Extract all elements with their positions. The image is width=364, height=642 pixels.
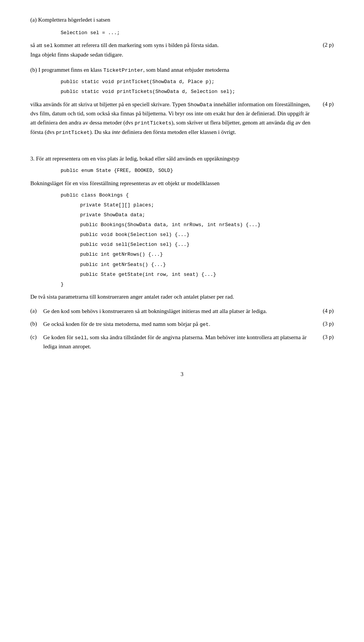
page-number: 3 <box>30 370 334 379</box>
section-b: (b) I programmet finns en klass TicketPr… <box>30 65 334 139</box>
sub-b-label: (b) <box>30 319 41 329</box>
sub-c-row: (c) Ge koden för sell, som ska ändra til… <box>30 333 334 351</box>
section-a: (a) Komplettera högerledet i satsen Sele… <box>30 15 334 61</box>
sub-b-points: (3 p) <box>315 319 334 328</box>
part-a-heading: (a) Komplettera högerledet i satsen <box>30 15 334 24</box>
class-line5-spacer: public void book(Selection sel) {...} <box>46 231 334 239</box>
sub-b-section: (b) Ge också koden för de tre sista meto… <box>30 319 334 329</box>
class-line7: public int getNrRows() {...} <box>68 251 334 258</box>
sub-a-text: Ge den kod som behövs i konstrueraren så… <box>43 307 315 316</box>
class-line9-spacer: public State getState(int row, int seat)… <box>46 271 334 279</box>
two-params-text: De två sista parametrarna till konstruer… <box>30 292 334 301</box>
sub-a-points: (4 p) <box>315 307 334 315</box>
showdata-inline: ShowData <box>188 102 212 108</box>
sub-b-text: Ge också koden för de tre sista metodern… <box>43 319 315 329</box>
class-code-block: public class Bookings { private State[][… <box>46 192 334 288</box>
class-line2: private State[][] places; <box>68 201 334 209</box>
sub-c-label: (c) <box>30 333 41 351</box>
get-inline: get <box>199 322 209 327</box>
class-line8: public int getNrSeats() {...} <box>68 261 334 269</box>
sub-a-section: (a) Ge den kod som behövs i konstruerare… <box>30 307 334 316</box>
class-line4-spacer: public Bookings(ShowData data, int nrRow… <box>46 221 334 229</box>
part-a-points: (2 p) <box>315 41 334 49</box>
sel-inline: sel <box>44 43 53 49</box>
ticketprinter-inline: TicketPrinter <box>103 68 143 73</box>
question-number: 3. <box>30 156 35 162</box>
part-b-heading: (b) I programmet finns en klass TicketPr… <box>30 65 334 75</box>
class-line1: public class Bookings { <box>61 192 334 199</box>
code-printticket: public static void printTicket(ShowData … <box>61 78 334 86</box>
question-3-body: För att representera om en viss plats är… <box>36 156 239 162</box>
class-line7-spacer: public int getNrRows() {...} <box>46 251 334 258</box>
enum-line: public enum State {FREE, BOOKED, SOLD} <box>61 167 334 175</box>
class-line3: private ShowData data; <box>68 211 334 219</box>
question-3-text: 3. För att representera om en viss plats… <box>30 154 334 163</box>
class-line6: public void sell(Selection sel) {...} <box>68 241 334 249</box>
code-sel-line: Selection sel = ...; <box>46 28 334 37</box>
sell-inline: sell <box>75 335 87 341</box>
sub-c-content: (c) Ge koden för sell, som ska ändra til… <box>30 333 315 351</box>
sub-a-content: (a) Ge den kod som behövs i konstruerare… <box>30 307 315 316</box>
class-line5: public void book(Selection sel) {...} <box>68 231 334 239</box>
class-line4: public Bookings(ShowData data, int nrRow… <box>68 221 334 229</box>
sub-c-text: Ge koden för sell, som ska ändra tillstå… <box>43 333 315 351</box>
part-a-row: så att sel kommer att referera till den … <box>30 41 334 61</box>
class-line6-spacer: public void sell(Selection sel) {...} <box>46 241 334 249</box>
page-content: (a) Komplettera högerledet i satsen Sele… <box>30 15 334 379</box>
printtickets-inline: printTickets <box>135 120 171 126</box>
sub-a-row: (a) Ge den kod som behövs i konstruerare… <box>30 307 334 316</box>
printticket-inline: printTicket <box>56 130 90 135</box>
code-printtickets: public static void printTickets(ShowData… <box>61 88 334 96</box>
code-methods: public static void printTicket(ShowData … <box>46 78 334 96</box>
part-b-text: vilka används för att skriva ut biljette… <box>30 100 315 137</box>
class-line9: public State getState(int row, int seat)… <box>68 271 334 279</box>
part-b-row: vilka används för att skriva ut biljette… <box>30 100 334 139</box>
sub-b-row: (b) Ge också koden för de tre sista meto… <box>30 319 334 329</box>
enum-code-block: public enum State {FREE, BOOKED, SOLD} <box>46 167 334 175</box>
part-a-text2: Inga objekt finns skapade sedan tidigare… <box>30 52 123 58</box>
sub-c-section: (c) Ge koden för sell, som ska ändra til… <box>30 333 334 351</box>
part-a-text: så att sel kommer att referera till den … <box>30 41 315 59</box>
question-3: 3. För att representera om en viss plats… <box>30 154 334 351</box>
class-line8-spacer: public int getNrSeats() {...} <box>46 261 334 269</box>
sub-a-label: (a) <box>30 307 41 316</box>
part-b-points: (4 p) <box>315 100 334 109</box>
bookings-text: Bokningsläget för en viss föreställning … <box>30 179 334 188</box>
sub-b-content: (b) Ge också koden för de tre sista meto… <box>30 319 315 329</box>
class-line10: } <box>61 281 334 288</box>
inte-italic: inte <box>112 129 121 135</box>
sub-c-points: (3 p) <box>315 333 334 341</box>
code-selection-sel: Selection sel = ...; <box>61 30 120 36</box>
